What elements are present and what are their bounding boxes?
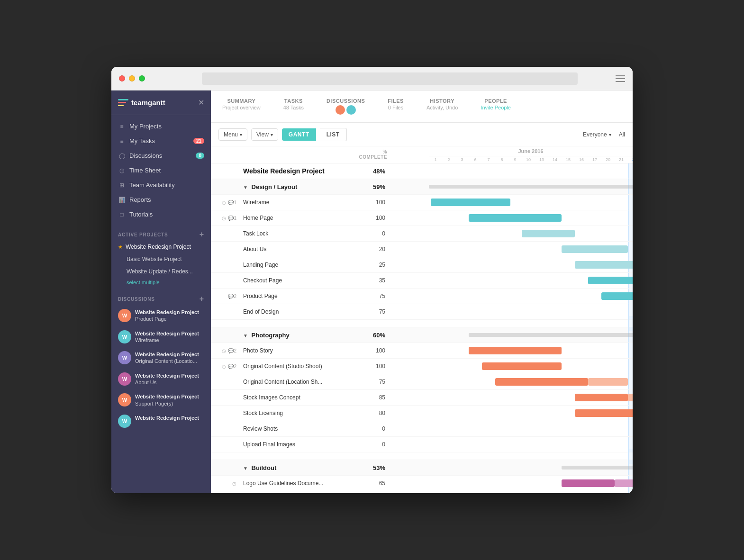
disc-project-2: Website Redesign Project	[135, 331, 199, 336]
comment-icon: 💬1	[228, 216, 236, 221]
sidebar-item-discussions[interactable]: ◯ Discussions 0	[111, 148, 211, 163]
task-pct-stock-licensing: 80	[353, 410, 391, 416]
task-name-checkoutpage: Checkout Page	[239, 277, 353, 284]
sidebar-item-tutorials[interactable]: □ Tutorials	[111, 207, 211, 222]
group-bar-buildout	[562, 466, 633, 470]
clock-icon: ◷	[222, 348, 226, 353]
sidebar-item-team-availability[interactable]: ⊞ Team Availability	[111, 178, 211, 192]
bar-stock-images-light	[628, 394, 633, 401]
view-label: View	[256, 131, 269, 138]
group-pct-design: 59%	[353, 183, 391, 190]
address-bar[interactable]	[202, 72, 578, 85]
task-name-aboutus: About Us	[239, 246, 353, 253]
task-name-tasklock: Task Lock	[239, 230, 353, 237]
task-name-landingpage: Landing Page	[239, 262, 353, 268]
task-name-review-shots: Review Shots	[239, 425, 353, 432]
tab-history[interactable]: HISTORY Activity, Undo	[415, 90, 469, 123]
sidebar-item-reports[interactable]: 📊 Reports	[111, 192, 211, 207]
task-pct-original-studio: 100	[353, 363, 391, 370]
task-pct-tasklock: 0	[353, 230, 391, 237]
comment-icon: 💬2	[228, 294, 236, 299]
tab-tasks[interactable]: TASKS 48 Tasks	[272, 90, 315, 123]
project-label: Basic Website Project	[127, 256, 182, 262]
disc-item-2[interactable]: W Website Redesign Project Wireframe	[111, 326, 211, 348]
bar-stock-images-solid	[575, 394, 628, 401]
maximize-dot[interactable]	[139, 75, 145, 81]
clock-icon: ◷	[222, 364, 226, 369]
sidebar-header: teamgantt ✕	[111, 90, 211, 115]
reports-icon: 📊	[118, 197, 126, 203]
sidebar-close-button[interactable]: ✕	[198, 98, 204, 107]
project-item-website-update[interactable]: Website Update / Redes...	[111, 265, 211, 278]
tab-bar: SUMMARY Project overview TASKS 48 Tasks …	[211, 90, 633, 123]
gantt-row-productpage: 💬2 Product Page 75	[211, 289, 633, 304]
tab-people[interactable]: PEOPLE Invite People	[469, 90, 522, 123]
task-name-homepage: Home Page	[239, 215, 353, 221]
task-name-original-location: Original Content (Location Sh...	[239, 379, 353, 385]
app-body: teamgantt ✕ ≡ My Projects ≡ My Tasks 21 …	[111, 90, 633, 493]
disc-page-5: Support Page(s)	[135, 401, 173, 406]
bar-stock-licensing	[575, 409, 633, 417]
gantt-button[interactable]: GANTT	[282, 128, 316, 141]
disc-item-1[interactable]: W Website Redesign Project Product Page	[111, 305, 211, 326]
sidebar-item-my-tasks[interactable]: ≡ My Tasks 21	[111, 134, 211, 148]
task-pct-wireframe: 100	[353, 199, 391, 206]
add-project-button[interactable]: +	[200, 230, 204, 239]
list-button[interactable]: LIST	[320, 128, 347, 141]
logo-icon	[118, 99, 128, 107]
discussions-section-header: DISCUSSIONS +	[111, 290, 211, 305]
avatar-2: W	[118, 330, 131, 343]
bar-tasklock	[522, 230, 575, 237]
titlebar	[111, 67, 633, 90]
tutorials-icon: □	[118, 211, 126, 218]
disc-item-3[interactable]: W Website Redesign Project Original Cont…	[111, 347, 211, 369]
bar-homepage	[469, 214, 562, 222]
reports-label: Reports	[129, 196, 151, 203]
discussions-icon: ◯	[118, 153, 126, 159]
task-name-original-studio: Original Content (Studio Shoot)	[239, 363, 353, 370]
disc-item-5[interactable]: W Website Redesign Project Support Page(…	[111, 389, 211, 411]
sidebar-item-my-projects[interactable]: ≡ My Projects	[111, 119, 211, 134]
select-multiple-link[interactable]: select multiple	[111, 278, 211, 290]
comment-icon: 💬2	[228, 348, 236, 353]
avatar-4: W	[118, 372, 131, 386]
bar-logo-guidelines-solid	[562, 479, 615, 487]
task-name-stock-images: Stock Images Concept	[239, 394, 353, 401]
everyone-filter[interactable]: Everyone ▾	[579, 129, 615, 140]
bar-original-location-solid	[495, 378, 588, 386]
team-availability-label: Team Availability	[129, 181, 175, 189]
disc-item-4[interactable]: W Website Redesign Project About Us	[111, 369, 211, 390]
clock-icon: ◷	[232, 481, 236, 486]
hamburger-menu[interactable]	[616, 75, 625, 82]
task-pct-upload-images: 0	[353, 441, 391, 448]
gantt-row-tasklock: Task Lock 0	[211, 226, 633, 242]
tab-files[interactable]: FILES 0 Files	[376, 90, 415, 123]
task-pct-landingpage: 25	[353, 262, 391, 268]
today-highlight	[628, 163, 633, 179]
bar-productpage	[601, 292, 633, 300]
gantt-row-original-studio: ◷ 💬2 Original Content (Studio Shoot) 100	[211, 359, 633, 374]
view-button[interactable]: View ▾	[251, 128, 278, 141]
my-tasks-label: My Tasks	[129, 137, 155, 145]
tab-summary[interactable]: SUMMARY Project overview	[211, 90, 272, 123]
project-name: Website Redesign Project	[239, 167, 353, 175]
tab-discussions[interactable]: DISCUSSIONS	[315, 90, 376, 123]
disc-item-6[interactable]: W Website Redesign Project	[111, 411, 211, 432]
sidebar: teamgantt ✕ ≡ My Projects ≡ My Tasks 21 …	[111, 90, 211, 493]
project-pct: 48%	[353, 168, 391, 175]
disc-page-3: Original Content (Locatio...	[135, 358, 197, 364]
minimize-dot[interactable]	[129, 75, 135, 81]
project-item-basic-website[interactable]: Basic Website Project	[111, 253, 211, 265]
close-dot[interactable]	[119, 75, 125, 81]
task-pct-homepage: 100	[353, 215, 391, 221]
gantt-row-checkoutpage: Checkout Page 35	[211, 273, 633, 289]
project-label: Website Update / Redes...	[127, 268, 193, 275]
task-name-productpage: Product Page	[239, 293, 353, 299]
task-pct-productpage: 75	[353, 293, 391, 299]
project-item-website-redesign[interactable]: ★ Website Redesign Project	[111, 241, 211, 253]
sidebar-item-time-sheet[interactable]: ◷ Time Sheet	[111, 163, 211, 178]
add-discussion-button[interactable]: +	[200, 295, 204, 303]
menu-button[interactable]: Menu ▾	[218, 128, 247, 141]
gantt-row-project: Website Redesign Project 48%	[211, 163, 633, 179]
task-pct-endofdesign: 75	[353, 308, 391, 315]
